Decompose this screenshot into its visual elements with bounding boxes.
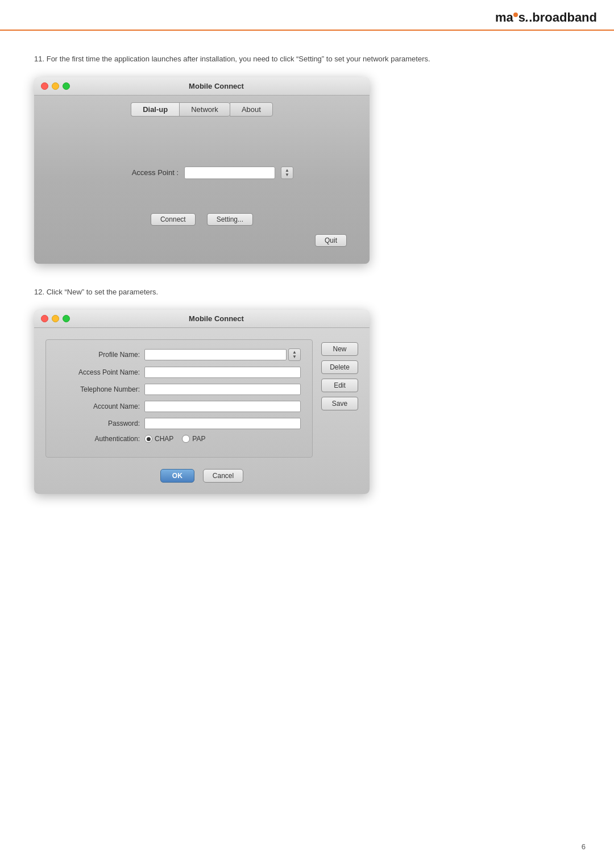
telephone-number-row: Telephone Number:	[57, 384, 301, 395]
tab-about[interactable]: About	[230, 102, 273, 117]
access-point-row: Access Point : ▲ ▼	[57, 167, 347, 179]
page-number: 6	[582, 842, 586, 851]
step-11-text: For the first time the application launc…	[47, 55, 430, 63]
ok-button[interactable]: OK	[160, 469, 194, 483]
telephone-number-label: Telephone Number:	[57, 385, 140, 393]
chap-radio-dot	[147, 437, 151, 441]
authentication-label: Authentication:	[57, 435, 140, 443]
quit-button[interactable]: Quit	[315, 234, 347, 247]
tab-bar-1: Dial-up Network About	[34, 95, 370, 121]
access-point-name-label: Access Point Name:	[57, 368, 140, 376]
profile-name-input[interactable]	[144, 349, 287, 360]
new-button[interactable]: New	[321, 342, 358, 356]
step-11: 11. For the first time the application l…	[34, 53, 580, 65]
close-button-1[interactable]	[41, 82, 48, 90]
pap-option[interactable]: PAP	[182, 435, 205, 443]
window1-footer: Quit	[57, 234, 347, 252]
side-buttons: New Delete Edit Save	[321, 339, 358, 458]
password-input[interactable]	[144, 418, 301, 429]
titlebar-1: Mobile Connect	[34, 77, 370, 95]
logo: mas..broadband	[495, 10, 597, 25]
access-point-spinner[interactable]: ▲ ▼	[281, 167, 293, 179]
profile-name-row: Profile Name: ▲ ▼	[57, 348, 301, 361]
tab-network[interactable]: Network	[179, 102, 230, 117]
step-11-number: 11.	[34, 55, 44, 63]
profile-spinner[interactable]: ▲ ▼	[288, 348, 301, 361]
chap-radio-circle[interactable]	[144, 435, 152, 443]
window-controls-2	[41, 315, 70, 322]
window1-action-buttons: Connect Setting...	[57, 213, 347, 226]
setting-button[interactable]: Setting...	[207, 213, 253, 226]
cancel-button[interactable]: Cancel	[203, 469, 243, 483]
window-controls-1	[41, 82, 70, 90]
tab-group-1: Dial-up Network About	[131, 102, 273, 117]
edit-button[interactable]: Edit	[321, 379, 358, 392]
spinner-down-icon: ▼	[285, 173, 289, 177]
settings-body: Profile Name: ▲ ▼ Access Point Name:	[34, 328, 370, 466]
access-point-name-input[interactable]	[144, 367, 301, 378]
password-label: Password:	[57, 420, 140, 427]
authentication-radio-group: CHAP PAP	[144, 435, 205, 443]
pap-label: PAP	[192, 435, 205, 443]
authentication-row: Authentication: CHAP PAP	[57, 435, 301, 443]
profile-name-label: Profile Name:	[57, 351, 140, 359]
telephone-number-input[interactable]	[144, 384, 301, 395]
password-row: Password:	[57, 418, 301, 429]
account-name-row: Account Name:	[57, 401, 301, 412]
mobile-connect-window-2: Mobile Connect Profile Name: ▲ ▼	[34, 310, 370, 494]
mobile-connect-window-1: Mobile Connect Dial-up Network About Acc…	[34, 77, 370, 264]
account-name-input[interactable]	[144, 401, 301, 412]
window-title-1: Mobile Connect	[70, 82, 363, 90]
access-point-label: Access Point :	[110, 168, 179, 177]
logo-brand: ma	[495, 10, 513, 24]
logo-text: mas..broadband	[495, 10, 597, 25]
save-button[interactable]: Save	[321, 397, 358, 410]
step-12-number: 12.	[34, 288, 44, 296]
chap-option[interactable]: CHAP	[144, 435, 173, 443]
window-body-1: Dial-up Network About Access Point : ▲ ▼	[34, 95, 370, 264]
settings-form: Profile Name: ▲ ▼ Access Point Name:	[45, 339, 313, 458]
settings-footer: OK Cancel	[34, 466, 370, 494]
close-button-2[interactable]	[41, 315, 48, 322]
tab-dialup[interactable]: Dial-up	[131, 102, 179, 117]
profile-spinner-down-icon: ▼	[292, 355, 297, 359]
maximize-button-2[interactable]	[63, 315, 70, 322]
logo-dot-icon	[513, 13, 518, 17]
access-point-input[interactable]	[184, 167, 275, 179]
maximize-button-1[interactable]	[63, 82, 70, 90]
step-12: 12. Click “New” to set the parameters.	[34, 286, 580, 298]
chap-label: CHAP	[155, 435, 173, 443]
logo-brand-suffix: s	[518, 10, 525, 24]
access-point-name-row: Access Point Name:	[57, 367, 301, 378]
logo-broadband: .broadband	[529, 10, 597, 24]
account-name-label: Account Name:	[57, 402, 140, 410]
step-12-text: Click “New” to set the parameters.	[47, 288, 159, 296]
header: mas..broadband	[0, 0, 614, 31]
window1-content: Access Point : ▲ ▼ Connect Setting... Qu…	[34, 121, 370, 264]
delete-button[interactable]: Delete	[321, 360, 358, 374]
minimize-button-2[interactable]	[52, 315, 59, 322]
content-area: 11. For the first time the application l…	[0, 31, 614, 539]
minimize-button-1[interactable]	[52, 82, 59, 90]
profile-name-input-group: ▲ ▼	[144, 348, 301, 361]
window-title-2: Mobile Connect	[70, 314, 363, 323]
pap-radio-circle[interactable]	[182, 435, 190, 443]
titlebar-2: Mobile Connect	[34, 310, 370, 328]
connect-button[interactable]: Connect	[151, 213, 196, 226]
